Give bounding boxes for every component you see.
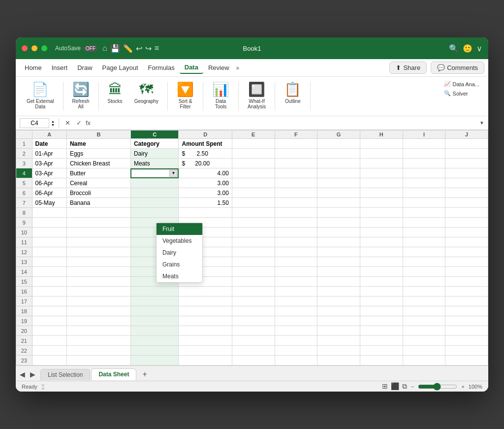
menu-item-formulas[interactable]: Formulas — [143, 62, 180, 73]
cell-j6[interactable] — [445, 188, 488, 198]
save-icon[interactable]: 💾 — [110, 44, 120, 53]
customize-icon[interactable]: ≡ — [155, 44, 159, 53]
cell-f6[interactable] — [275, 188, 317, 198]
cell-b1[interactable]: Name — [66, 139, 130, 149]
col-header-e[interactable]: E — [232, 131, 275, 139]
cell-e6[interactable] — [232, 188, 275, 198]
cell-reference-input[interactable] — [20, 118, 49, 128]
page-layout-view-icon[interactable]: ⬛ — [391, 382, 399, 391]
cell-h4[interactable] — [360, 168, 403, 178]
chevron-down-icon[interactable]: ∨ — [476, 44, 482, 53]
zoom-slider[interactable] — [418, 383, 457, 391]
autosave-toggle[interactable]: OFF — [84, 45, 97, 52]
cell-h7[interactable] — [360, 198, 403, 208]
more-menu-icon[interactable]: » — [236, 65, 240, 71]
cell-c4[interactable]: ▼ — [130, 168, 179, 178]
cell-h3[interactable] — [360, 159, 403, 168]
cell-ref-arrows[interactable]: ▲ ▼ — [51, 120, 55, 127]
cell-i2[interactable] — [403, 149, 445, 159]
cell-a3[interactable]: 03-Apr — [32, 159, 66, 168]
cell-a7[interactable]: 05-May — [32, 198, 66, 208]
cell-d2[interactable]: $ 2.50 — [179, 149, 232, 159]
cell-f7[interactable] — [275, 198, 317, 208]
formula-bar-dropdown-icon[interactable]: ▼ — [479, 120, 484, 126]
redo-icon[interactable]: ↪ — [145, 44, 152, 53]
cell-j7[interactable] — [445, 198, 488, 208]
cell-e3[interactable] — [232, 159, 275, 168]
get-external-data-button[interactable]: 📄 Get ExternalData — [22, 80, 59, 112]
cell-g4[interactable] — [317, 168, 360, 178]
cell-b8[interactable] — [66, 208, 130, 218]
normal-view-icon[interactable]: ⊞ — [382, 382, 388, 391]
cell-d3[interactable]: $ 20.00 — [179, 159, 232, 168]
cell-f3[interactable] — [275, 159, 317, 168]
cell-j5[interactable] — [445, 178, 488, 188]
cell-i7[interactable] — [403, 198, 445, 208]
menu-item-draw[interactable]: Draw — [72, 62, 97, 73]
cell-a8[interactable] — [32, 208, 66, 218]
cell-d4[interactable]: 4.00 — [179, 168, 232, 178]
cell-h6[interactable] — [360, 188, 403, 198]
menu-item-home[interactable]: Home — [20, 62, 47, 73]
cell-a2[interactable]: 01-Apr — [32, 149, 66, 159]
outline-button[interactable]: 📋 Outline — [279, 80, 306, 107]
cell-c6[interactable] — [130, 188, 179, 198]
cell-c2[interactable]: Dairy — [130, 149, 179, 159]
cell-f2[interactable] — [275, 149, 317, 159]
cell-a5[interactable]: 06-Apr — [32, 178, 66, 188]
add-sheet-button[interactable]: + — [137, 368, 152, 381]
cell-g7[interactable] — [317, 198, 360, 208]
refresh-all-button[interactable]: 🔄 RefreshAll — [67, 80, 94, 112]
col-header-i[interactable]: I — [403, 131, 445, 139]
cell-j4[interactable] — [445, 168, 488, 178]
confirm-formula-icon[interactable]: ✓ — [74, 119, 84, 127]
col-header-b[interactable]: B — [66, 131, 130, 139]
comments-button[interactable]: 💬 Comments — [431, 62, 484, 74]
tab-nav-next[interactable]: ▶ — [30, 370, 35, 378]
cell-e8[interactable] — [232, 208, 275, 218]
solver-button[interactable]: 🔍 Solver — [441, 89, 482, 98]
col-header-c[interactable]: C — [130, 131, 179, 139]
dropdown-option-dairy[interactable]: Dairy — [157, 247, 202, 259]
col-header-a[interactable]: A — [32, 131, 66, 139]
cell-f4[interactable] — [275, 168, 317, 178]
cell-c7[interactable] — [130, 198, 179, 208]
col-header-d[interactable]: D — [179, 131, 232, 139]
cell-b2[interactable]: Eggs — [66, 149, 130, 159]
dropdown-option-grains[interactable]: Grains — [157, 259, 202, 270]
fullscreen-button[interactable] — [41, 45, 47, 51]
cell-d7[interactable]: 1.50 — [179, 198, 232, 208]
cell-c1[interactable]: Category — [130, 139, 179, 149]
menu-item-page-layout[interactable]: Page Layout — [97, 62, 143, 73]
menu-item-review[interactable]: Review — [203, 62, 234, 73]
col-header-f[interactable]: F — [275, 131, 317, 139]
cell-c3[interactable]: Meats — [130, 159, 179, 168]
data-analysis-button[interactable]: 📈 Data Ana... — [441, 80, 482, 88]
cell-a6[interactable]: 06-Apr — [32, 188, 66, 198]
cancel-formula-icon[interactable]: ✕ — [63, 119, 72, 127]
cell-e7[interactable] — [232, 198, 275, 208]
tab-list-selection[interactable]: List Selection — [40, 369, 90, 380]
cell-g5[interactable] — [317, 178, 360, 188]
edit-icon[interactable]: ✏️ — [123, 44, 133, 53]
cell-e5[interactable] — [232, 178, 275, 188]
cell-i5[interactable] — [403, 178, 445, 188]
data-tools-button[interactable]: 📊 DataTools — [207, 80, 234, 112]
cell-h5[interactable] — [360, 178, 403, 188]
cell-f1[interactable] — [275, 139, 317, 149]
undo-icon[interactable]: ↩ — [136, 44, 142, 53]
cell-dropdown-button[interactable]: ▼ — [169, 170, 177, 177]
zoom-in-icon[interactable]: + — [461, 384, 464, 390]
cell-b6[interactable]: Broccoli — [66, 188, 130, 198]
geography-button[interactable]: 🗺 Geography — [129, 80, 163, 107]
dropdown-option-vegetables[interactable]: Vegetables — [157, 235, 202, 247]
col-header-j[interactable]: J — [445, 131, 488, 139]
cell-g1[interactable] — [317, 139, 360, 149]
cell-h1[interactable] — [360, 139, 403, 149]
cell-a4[interactable]: 03-Apr — [32, 168, 66, 178]
cell-c5[interactable] — [130, 178, 179, 188]
formula-input[interactable] — [94, 120, 477, 127]
dropdown-option-meats[interactable]: Meats — [157, 270, 202, 282]
cell-j2[interactable] — [445, 149, 488, 159]
cell-e4[interactable] — [232, 168, 275, 178]
